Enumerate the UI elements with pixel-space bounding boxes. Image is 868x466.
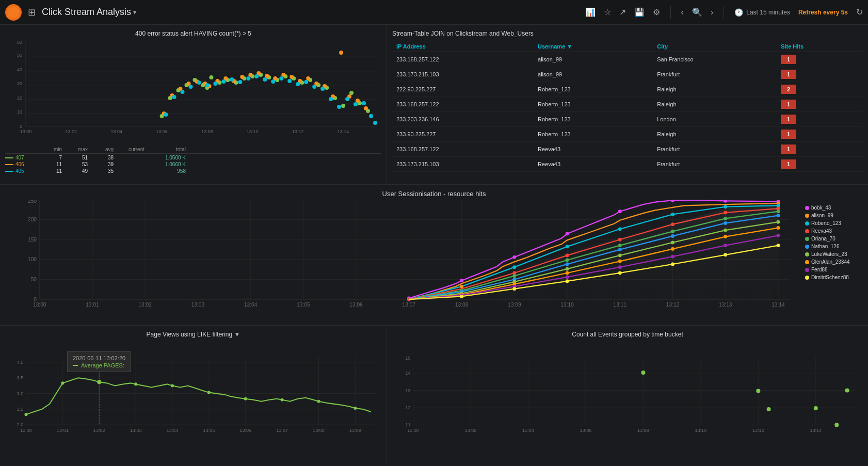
table-row: 233.168.257.122 Roberto_123 Raleigh 1 bbox=[392, 97, 863, 112]
svg-text:13:08: 13:08 bbox=[455, 302, 469, 308]
bar-chart-icon[interactable]: 📊 bbox=[585, 7, 596, 17]
title-chevron-icon: ▾ bbox=[133, 9, 136, 16]
legend-dot-oriana70 bbox=[805, 237, 809, 241]
svg-point-189 bbox=[618, 265, 622, 269]
svg-text:3.5: 3.5 bbox=[17, 375, 24, 380]
svg-point-180 bbox=[566, 271, 569, 275]
table-body: 233.168.257.122 alison_99 San Francisco … bbox=[392, 52, 863, 172]
svg-text:13:02: 13:02 bbox=[93, 427, 105, 432]
svg-text:13:09: 13:09 bbox=[508, 302, 521, 308]
svg-point-91 bbox=[279, 76, 283, 81]
svg-point-252 bbox=[281, 398, 284, 401]
svg-text:20: 20 bbox=[17, 95, 22, 101]
svg-text:12: 12 bbox=[405, 405, 410, 410]
svg-point-77 bbox=[164, 113, 168, 117]
svg-point-79 bbox=[181, 90, 185, 94]
svg-point-195 bbox=[671, 241, 674, 245]
refresh-label[interactable]: Refresh every 5s bbox=[798, 9, 848, 16]
legend-dot-glenalan23344 bbox=[805, 260, 809, 264]
search-zoom-icon[interactable]: 🔍 bbox=[692, 7, 702, 17]
svg-point-248 bbox=[134, 382, 137, 385]
legend-lukewaters23: LukeWaters_23 bbox=[805, 251, 863, 257]
col-ip-address[interactable]: IP Address bbox=[392, 41, 534, 52]
legend-dot-roberto123 bbox=[805, 221, 809, 226]
svg-text:13:14: 13:14 bbox=[810, 427, 822, 432]
svg-text:14: 14 bbox=[405, 371, 410, 376]
svg-text:13:00: 13:00 bbox=[20, 427, 32, 432]
svg-point-179 bbox=[566, 267, 569, 271]
nav-divider2 bbox=[724, 6, 724, 19]
svg-point-176 bbox=[566, 254, 569, 258]
chevron-left-icon[interactable]: ‹ bbox=[681, 8, 684, 17]
svg-point-160 bbox=[460, 285, 463, 288]
svg-text:13:12: 13:12 bbox=[292, 129, 303, 134]
svg-text:13:10: 13:10 bbox=[695, 427, 706, 432]
col-city[interactable]: City bbox=[653, 41, 777, 52]
app-logo[interactable] bbox=[5, 4, 22, 21]
col-avg: avg bbox=[88, 147, 114, 152]
col-total: total bbox=[144, 147, 186, 152]
svg-point-210 bbox=[777, 214, 780, 217]
svg-point-283 bbox=[756, 389, 760, 393]
svg-text:13:06: 13:06 bbox=[156, 129, 167, 134]
svg-point-98 bbox=[337, 105, 341, 109]
svg-text:4.0: 4.0 bbox=[17, 359, 24, 364]
chevron-right-icon[interactable]: › bbox=[711, 8, 713, 17]
scatter-svg: 0 10 20 30 40 50 60 13:00 13:02 1 bbox=[5, 41, 381, 144]
legend-row-407: 407 7 51 38 1.0500 K bbox=[5, 155, 381, 160]
page-views-svg: 2.0 2.5 3.0 3.5 4.0 13:00 13:01 13:02 13… bbox=[5, 340, 381, 458]
cell-username: Roberto_123 bbox=[534, 112, 653, 127]
svg-point-31 bbox=[209, 75, 213, 79]
time-range[interactable]: 🕐 Last 15 minutes bbox=[734, 8, 790, 17]
stream-table-panel: Stream-Table JOIN on Clickstream and Web… bbox=[387, 25, 868, 184]
star-icon[interactable]: ☆ bbox=[604, 7, 611, 17]
svg-text:13:07: 13:07 bbox=[403, 302, 416, 308]
legend-alison99: alison_99 bbox=[805, 213, 863, 218]
col-current: current bbox=[114, 147, 144, 152]
legend-reeva43: Reeva43 bbox=[805, 228, 863, 234]
line-chart-area: 0 50 100 150 200 250 13:00 13:01 13:02 1… bbox=[5, 200, 801, 314]
main-grid: 400 error status alert HAVING count(*) >… bbox=[0, 25, 868, 466]
svg-text:13:09: 13:09 bbox=[349, 427, 361, 432]
legend-ferd88: Ferd88 bbox=[805, 267, 863, 272]
svg-point-1 bbox=[12, 11, 15, 14]
svg-point-245 bbox=[24, 413, 27, 416]
legend-dot-nathan126 bbox=[805, 245, 809, 249]
svg-point-99 bbox=[345, 97, 349, 101]
svg-point-183 bbox=[618, 227, 622, 231]
save-icon[interactable]: 💾 bbox=[634, 7, 645, 17]
legend-dimitrischenz88: DimitriSchenz88 bbox=[805, 275, 863, 280]
page-views-dropdown-icon[interactable]: ▼ bbox=[234, 331, 240, 338]
settings-icon[interactable]: ⚙ bbox=[653, 7, 660, 17]
svg-point-67 bbox=[290, 75, 294, 79]
legend-dot-dimitrischenz88 bbox=[805, 276, 809, 280]
svg-point-76 bbox=[364, 106, 368, 110]
refresh-icon[interactable]: ↻ bbox=[856, 7, 863, 17]
cell-city: Raleigh bbox=[653, 127, 777, 142]
table-row: 233.203.236.146 Roberto_123 London 1 bbox=[392, 112, 863, 127]
svg-point-187 bbox=[618, 254, 622, 258]
svg-point-148 bbox=[512, 255, 516, 259]
count-events-panel: Count all Events grouped by time bucket … bbox=[387, 326, 868, 467]
sessionisation-svg: 0 50 100 150 200 250 13:00 13:01 13:02 1… bbox=[5, 200, 801, 314]
col-username[interactable]: Username ▼ bbox=[534, 41, 653, 52]
svg-point-83 bbox=[213, 82, 217, 86]
row-3: Page Views using LIKE filtering ▼ 2020-0… bbox=[0, 326, 868, 467]
share-icon[interactable]: ↗ bbox=[619, 7, 626, 17]
cell-hits: 1 bbox=[777, 67, 863, 82]
svg-point-95 bbox=[312, 85, 316, 89]
svg-point-201 bbox=[724, 217, 727, 220]
cell-ip: 233.168.257.122 bbox=[392, 142, 534, 157]
svg-point-166 bbox=[460, 295, 463, 298]
grid-icon[interactable]: ⊞ bbox=[26, 5, 38, 20]
svg-point-254 bbox=[353, 406, 357, 409]
cell-ip: 233.168.257.122 bbox=[392, 97, 534, 112]
svg-text:13:08: 13:08 bbox=[201, 129, 213, 134]
svg-text:13:00: 13:00 bbox=[407, 427, 419, 432]
col-site-hits[interactable]: Site Hits bbox=[777, 41, 863, 52]
legend-row-405: 405 11 49 35 958 bbox=[5, 168, 381, 174]
svg-point-200 bbox=[724, 211, 727, 215]
cell-hits: 2 bbox=[777, 82, 863, 97]
dashboard-title[interactable]: Click Stream Analysis ▾ bbox=[42, 7, 136, 18]
svg-text:13:14: 13:14 bbox=[771, 302, 785, 308]
